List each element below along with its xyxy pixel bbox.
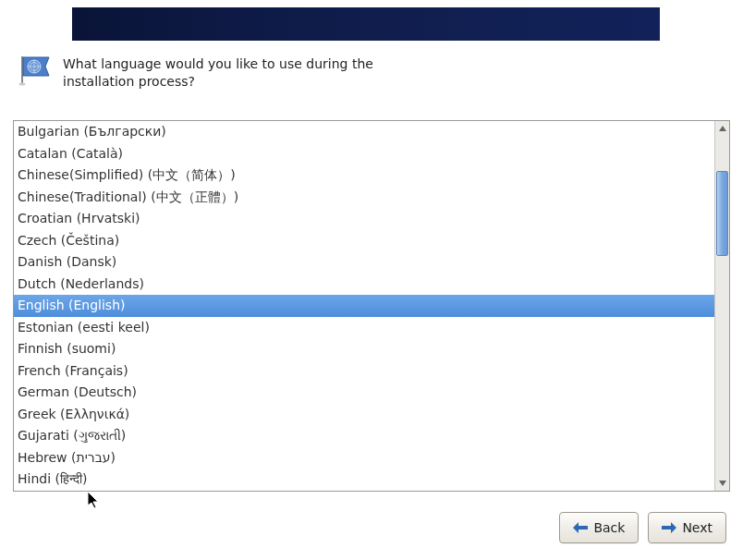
language-option[interactable]: Dutch (Nederlands) xyxy=(14,274,714,296)
next-button[interactable]: Next xyxy=(648,512,726,543)
back-button[interactable]: Back xyxy=(559,512,639,543)
cursor-icon xyxy=(88,492,101,513)
scroll-down-button[interactable] xyxy=(715,476,729,491)
arrow-left-icon xyxy=(573,522,588,533)
language-option[interactable]: Estonian (eesti keel) xyxy=(14,317,714,339)
language-option[interactable]: Bulgarian (Български) xyxy=(14,121,714,143)
arrow-right-icon xyxy=(662,522,676,533)
language-option[interactable]: Finnish (suomi) xyxy=(14,338,714,360)
language-option[interactable]: Chinese(Simplified) (中文（简体）) xyxy=(14,164,714,187)
back-button-label: Back xyxy=(593,520,625,535)
language-list: Bulgarian (Български)Catalan (Català)Chi… xyxy=(13,120,730,492)
language-option[interactable]: Greek (Ελληνικά) xyxy=(14,404,714,426)
language-option[interactable]: Chinese(Traditional) (中文（正體）) xyxy=(14,187,714,209)
scroll-thumb[interactable] xyxy=(716,171,728,256)
language-option[interactable]: German (Deutsch) xyxy=(14,382,714,404)
language-option[interactable]: Croatian (Hrvatski) xyxy=(14,208,714,230)
language-option[interactable]: Hindi (हिन्दी) xyxy=(14,469,714,491)
scrollbar[interactable] xyxy=(714,121,729,491)
language-list-body[interactable]: Bulgarian (Български)Catalan (Català)Chi… xyxy=(14,121,714,491)
prompt-text: What language would you like to use duri… xyxy=(63,55,396,91)
language-option[interactable]: English (English) xyxy=(14,295,714,317)
scroll-track[interactable] xyxy=(715,136,729,476)
language-flag-icon xyxy=(18,55,52,87)
language-option[interactable]: Catalan (Català) xyxy=(14,143,714,165)
prompt-row: What language would you like to use duri… xyxy=(18,55,725,91)
header-banner xyxy=(72,7,660,41)
next-button-label: Next xyxy=(682,520,713,535)
language-option[interactable]: Czech (Čeština) xyxy=(14,230,714,252)
scroll-up-button[interactable] xyxy=(715,121,729,136)
language-option[interactable]: Hebrew (עברית) xyxy=(14,447,714,469)
svg-point-5 xyxy=(19,83,26,86)
button-row: Back Next xyxy=(559,512,726,543)
language-option[interactable]: Gujarati (ગુજરાતી) xyxy=(14,425,714,447)
language-option[interactable]: Danish (Dansk) xyxy=(14,251,714,274)
language-option[interactable]: French (Français) xyxy=(14,360,714,383)
